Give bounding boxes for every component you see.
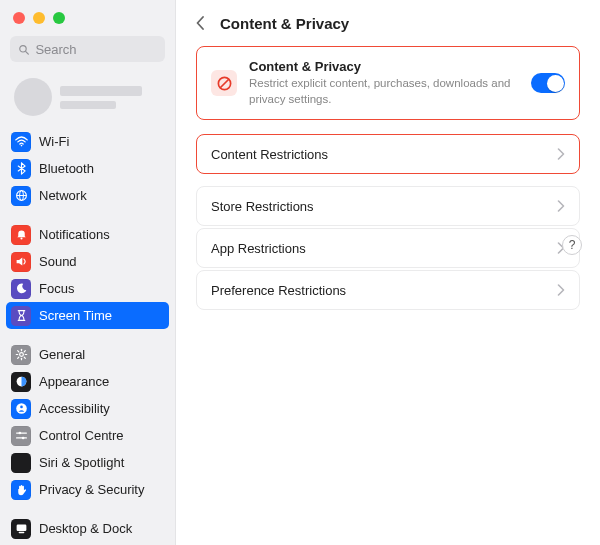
store-restrictions-row[interactable]: Store Restrictions <box>197 187 579 225</box>
sidebar-item-focus[interactable]: Focus <box>6 275 169 302</box>
dock-icon <box>11 519 31 539</box>
window-traffic-lights <box>0 0 175 36</box>
prohibit-icon <box>211 70 237 96</box>
sidebar-item-siri-spotlight[interactable]: Siri & Spotlight <box>6 449 169 476</box>
sliders-icon <box>11 426 31 446</box>
sidebar-item-label: Desktop & Dock <box>39 521 132 536</box>
sidebar-item-wi-fi[interactable]: Wi-Fi <box>6 128 169 155</box>
person-icon <box>11 399 31 419</box>
content-privacy-toggle[interactable] <box>531 73 565 93</box>
row-title: Preference Restrictions <box>211 283 545 298</box>
sidebar-item-label: Network <box>39 188 87 203</box>
sidebar-item-desktop-dock[interactable]: Desktop & Dock <box>6 515 169 542</box>
sidebar-item-label: Appearance <box>39 374 109 389</box>
hourglass-icon <box>11 306 31 326</box>
chevron-right-icon <box>557 284 565 296</box>
sidebar-item-label: Wi-Fi <box>39 134 69 149</box>
chevron-right-icon <box>557 200 565 212</box>
hand-icon <box>11 480 31 500</box>
sidebar-item-label: General <box>39 347 85 362</box>
preference-restrictions-card: Preference Restrictions <box>196 270 580 310</box>
sidebar-item-network[interactable]: Network <box>6 182 169 209</box>
sidebar-item-label: Privacy & Security <box>39 482 144 497</box>
search-icon <box>18 43 29 56</box>
gear-icon <box>11 345 31 365</box>
sidebar-item-notifications[interactable]: Notifications <box>6 221 169 248</box>
sidebar-item-label: Accessibility <box>39 401 110 416</box>
content-privacy-hero-card: Content & Privacy Restrict explicit cont… <box>196 46 580 120</box>
svg-point-0 <box>20 45 26 51</box>
sidebar-item-label: Siri & Spotlight <box>39 455 124 470</box>
sidebar-nav: Wi-FiBluetoothNetworkNotificationsSoundF… <box>0 128 175 545</box>
svg-line-3 <box>220 79 229 88</box>
content-restrictions-row[interactable]: Content Restrictions <box>197 135 579 173</box>
content-restrictions-card: Content Restrictions <box>196 134 580 174</box>
window-fullscreen-button[interactable] <box>53 12 65 24</box>
sidebar-item-label: Sound <box>39 254 77 269</box>
sidebar-item-label: Focus <box>39 281 74 296</box>
main-header: Content & Privacy <box>176 0 600 46</box>
sidebar-item-label: Screen Time <box>39 308 112 323</box>
help-button[interactable]: ? <box>562 235 582 255</box>
row-title: Content Restrictions <box>211 147 545 162</box>
sidebar-item-bluetooth[interactable]: Bluetooth <box>6 155 169 182</box>
row-title: Store Restrictions <box>211 199 545 214</box>
sidebar-item-label: Notifications <box>39 227 110 242</box>
page-title: Content & Privacy <box>220 15 349 32</box>
sidebar-item-accessibility[interactable]: Accessibility <box>6 395 169 422</box>
bell-icon <box>11 225 31 245</box>
apple-id-profile[interactable] <box>10 74 165 120</box>
search-field[interactable] <box>10 36 165 62</box>
chevron-right-icon <box>557 148 565 160</box>
window-minimize-button[interactable] <box>33 12 45 24</box>
siri-icon <box>11 453 31 473</box>
bluetooth-icon <box>11 159 31 179</box>
search-input[interactable] <box>35 42 157 57</box>
appearance-icon <box>11 372 31 392</box>
sidebar-item-label: Bluetooth <box>39 161 94 176</box>
content-privacy-master-row: Content & Privacy Restrict explicit cont… <box>197 47 579 119</box>
back-button[interactable] <box>190 13 210 33</box>
svg-line-1 <box>26 51 28 53</box>
app-restrictions-card: App Restrictions <box>196 228 580 268</box>
speaker-icon <box>11 252 31 272</box>
sidebar-item-screen-time[interactable]: Screen Time <box>6 302 169 329</box>
sidebar-item-appearance[interactable]: Appearance <box>6 368 169 395</box>
avatar <box>14 78 52 116</box>
moon-icon <box>11 279 31 299</box>
sidebar-item-privacy-security[interactable]: Privacy & Security <box>6 476 169 503</box>
preference-restrictions-row[interactable]: Preference Restrictions <box>197 271 579 309</box>
hero-subtitle: Restrict explicit content, purchases, do… <box>249 76 519 107</box>
sidebar-item-label: Control Centre <box>39 428 124 443</box>
sidebar: Wi-FiBluetoothNetworkNotificationsSoundF… <box>0 0 176 545</box>
hero-title: Content & Privacy <box>249 59 519 74</box>
row-title: App Restrictions <box>211 241 545 256</box>
sidebar-item-sound[interactable]: Sound <box>6 248 169 275</box>
main-pane: Content & Privacy Content & Privacy Rest… <box>176 0 600 545</box>
window-close-button[interactable] <box>13 12 25 24</box>
globe-icon <box>11 186 31 206</box>
wifi-icon <box>11 132 31 152</box>
store-restrictions-card: Store Restrictions <box>196 186 580 226</box>
sidebar-item-general[interactable]: General <box>6 341 169 368</box>
sidebar-item-control-centre[interactable]: Control Centre <box>6 422 169 449</box>
app-restrictions-row[interactable]: App Restrictions <box>197 229 579 267</box>
